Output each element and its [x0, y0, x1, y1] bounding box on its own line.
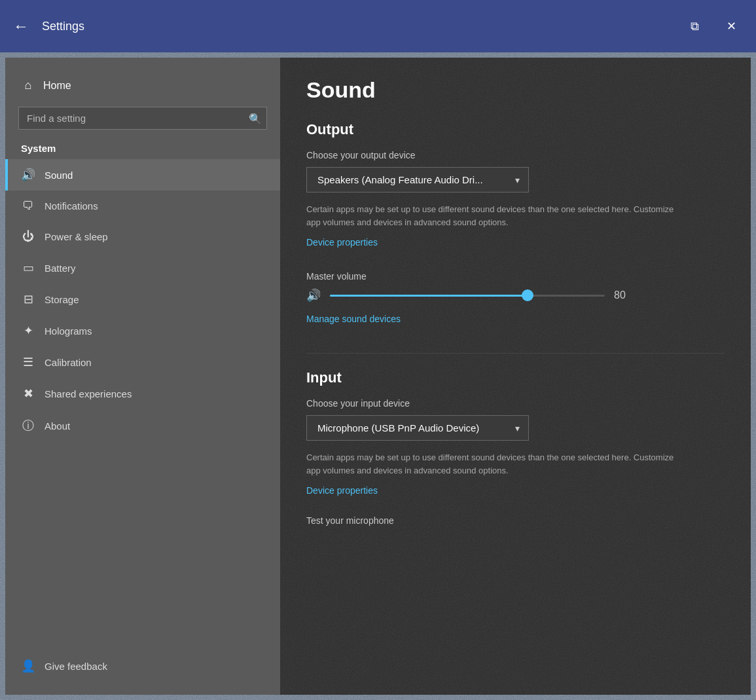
- sidebar-item-about[interactable]: ⓘ About: [5, 409, 280, 442]
- power-icon: ⏻: [21, 230, 35, 244]
- main-area: ⌂ Home 🔍 System 🔊 Sound 🗨 Notifications …: [5, 58, 751, 695]
- close-button[interactable]: ✕: [719, 14, 743, 38]
- sidebar-item-home[interactable]: ⌂ Home: [5, 71, 280, 100]
- input-info-text: Certain apps may be set up to use differ…: [306, 451, 686, 477]
- sidebar-shared-label: Shared experiences: [45, 388, 132, 399]
- input-device-container: Microphone (USB PnP Audio Device) ▾: [306, 415, 529, 441]
- input-device-select[interactable]: Microphone (USB PnP Audio Device): [306, 415, 529, 441]
- battery-icon: ▭: [21, 261, 35, 275]
- search-button[interactable]: 🔍: [249, 112, 262, 124]
- home-label: Home: [43, 80, 71, 92]
- manage-sound-devices-link[interactable]: Manage sound devices: [306, 314, 401, 324]
- slider-fill: [330, 295, 528, 297]
- volume-row: 🔊 80: [306, 288, 725, 303]
- volume-section: Master volume 🔊 80: [306, 271, 725, 303]
- input-section-title: Input: [306, 369, 725, 386]
- feedback-icon: 👤: [21, 659, 35, 673]
- sidebar-item-calibration[interactable]: ☰ Calibration: [5, 346, 280, 378]
- slider-thumb[interactable]: [522, 289, 533, 301]
- output-section-title: Output: [306, 121, 725, 138]
- sidebar-item-shared[interactable]: ✖ Shared experiences: [5, 378, 280, 409]
- volume-slider-container[interactable]: [330, 289, 605, 302]
- sidebar-about-label: About: [45, 420, 70, 432]
- volume-label: Master volume: [306, 271, 725, 282]
- sidebar-item-sound[interactable]: 🔊 Sound: [5, 159, 280, 191]
- sidebar-item-feedback[interactable]: 👤 Give feedback: [5, 650, 280, 682]
- output-device-properties-link[interactable]: Device properties: [306, 237, 378, 248]
- sidebar-item-power[interactable]: ⏻ Power & sleep: [5, 221, 280, 252]
- restore-button[interactable]: ⧉: [683, 14, 706, 38]
- sidebar-battery-label: Battery: [45, 263, 76, 274]
- storage-icon: ⊟: [21, 292, 35, 306]
- calibration-icon: ☰: [21, 355, 35, 369]
- sidebar-item-storage[interactable]: ⊟ Storage: [5, 284, 280, 315]
- holograms-icon: ✦: [21, 323, 35, 338]
- search-input[interactable]: [18, 107, 267, 130]
- test-microphone-label: Test your microphone: [306, 515, 725, 526]
- titlebar-title: Settings: [42, 20, 683, 33]
- titlebar-controls: ⧉ ✕: [683, 14, 743, 38]
- about-icon: ⓘ: [21, 418, 35, 433]
- volume-value: 80: [614, 289, 632, 301]
- sidebar-sound-label: Sound: [45, 170, 73, 181]
- sidebar-storage-label: Storage: [45, 294, 79, 305]
- system-section-label: System: [5, 139, 280, 159]
- sidebar-calibration-label: Calibration: [45, 357, 92, 368]
- output-device-select[interactable]: Speakers (Analog Feature Audio Dri...: [306, 167, 529, 193]
- sidebar: ⌂ Home 🔍 System 🔊 Sound 🗨 Notifications …: [5, 58, 280, 695]
- shared-icon: ✖: [21, 386, 35, 401]
- output-device-label: Choose your output device: [306, 150, 725, 160]
- content-area: Sound Output Choose your output device S…: [280, 58, 751, 695]
- search-container: 🔍: [18, 107, 267, 130]
- volume-speaker-icon: 🔊: [306, 288, 321, 303]
- output-info-text: Certain apps may be set up to use differ…: [306, 203, 686, 229]
- output-device-container: Speakers (Analog Feature Audio Dri... ▾: [306, 167, 529, 193]
- sidebar-item-notifications[interactable]: 🗨 Notifications: [5, 191, 280, 221]
- input-device-properties-link[interactable]: Device properties: [306, 485, 378, 496]
- home-icon: ⌂: [21, 79, 35, 92]
- sidebar-item-holograms[interactable]: ✦ Holograms: [5, 315, 280, 346]
- sidebar-power-label: Power & sleep: [45, 231, 108, 242]
- sidebar-notifications-label: Notifications: [45, 200, 98, 212]
- notifications-icon: 🗨: [21, 199, 35, 213]
- page-title: Sound: [306, 77, 725, 103]
- sidebar-holograms-label: Holograms: [45, 325, 92, 337]
- back-button[interactable]: ←: [13, 17, 29, 35]
- sidebar-feedback-label: Give feedback: [45, 661, 107, 672]
- sound-icon: 🔊: [21, 168, 35, 182]
- section-divider: [306, 353, 725, 354]
- titlebar: ← Settings ⧉ ✕: [0, 0, 756, 52]
- slider-track: [330, 295, 605, 297]
- input-device-label: Choose your input device: [306, 398, 725, 409]
- sidebar-item-battery[interactable]: ▭ Battery: [5, 252, 280, 284]
